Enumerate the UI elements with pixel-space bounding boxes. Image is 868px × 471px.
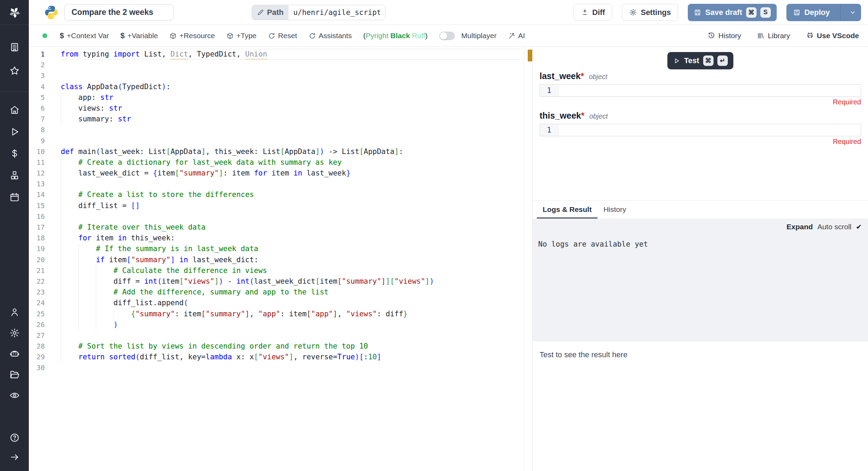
diff-label: Diff xyxy=(592,8,605,17)
code-line[interactable]: # Add the difference, summary and app to… xyxy=(61,287,524,298)
code-line[interactable] xyxy=(61,330,524,341)
autoscroll-label[interactable]: Auto scroll xyxy=(817,223,851,231)
indent-guide xyxy=(61,298,61,308)
path-input[interactable] xyxy=(289,5,385,20)
add-resource-button[interactable]: +Resource xyxy=(169,32,215,40)
gear-icon xyxy=(629,8,637,16)
line-number: 30 xyxy=(29,362,61,373)
windmill-logo[interactable] xyxy=(0,0,29,25)
sidebar-item-user-icon[interactable] xyxy=(8,305,22,319)
code-line[interactable]: class AppData(TypedDict): xyxy=(61,82,524,92)
code-line[interactable] xyxy=(61,60,524,70)
code-line[interactable]: return sorted(diff_list, key=lambda x: x… xyxy=(61,352,524,362)
tab-history[interactable]: History xyxy=(598,201,632,219)
code-line[interactable]: diff_list = [] xyxy=(61,200,524,211)
logs-panel: Expand Auto scroll ✔ No logs are availab… xyxy=(533,219,868,341)
code-line[interactable] xyxy=(61,136,524,146)
sidebar-item-star-icon[interactable] xyxy=(8,64,22,78)
reset-button[interactable]: Reset xyxy=(268,32,297,40)
indent-guide xyxy=(61,211,61,222)
script-title-input[interactable] xyxy=(64,4,174,20)
line-number: 1 xyxy=(29,49,61,60)
line-number: 19 xyxy=(29,243,61,254)
last-week-input[interactable]: 1 xyxy=(540,84,861,97)
code-line[interactable]: # Create a list to store the differences xyxy=(61,189,524,200)
line-number: 16 xyxy=(29,211,61,222)
indent-guide xyxy=(78,243,79,254)
code-line[interactable]: last_week_dict = {item["summary"]: item … xyxy=(61,168,524,179)
code-line[interactable]: if item["summary"] in last_week_dict: xyxy=(61,255,524,265)
this-week-input[interactable]: 1 xyxy=(540,124,861,136)
code-lines[interactable]: from typing import List, Dict, TypedDict… xyxy=(61,47,524,471)
diff-button[interactable]: Diff xyxy=(574,4,612,21)
code-line[interactable]: # Sort the list by views in descending o… xyxy=(61,341,524,352)
code-line[interactable]: diff = int(item["views"]) - int(last_wee… xyxy=(61,276,524,287)
line-number: 4 xyxy=(29,82,61,92)
history-button[interactable]: History xyxy=(708,32,741,40)
sidebar-item-home-icon[interactable] xyxy=(8,103,22,117)
code-line[interactable]: diff_list.append( xyxy=(61,298,524,308)
code-line[interactable] xyxy=(61,70,524,81)
add-context-var-button[interactable]: $ +Context Var xyxy=(60,31,109,40)
code-line[interactable]: def main(last_week: List[AppData], this_… xyxy=(61,146,524,157)
sidebar-item-play-icon[interactable] xyxy=(8,125,22,139)
required-message: Required xyxy=(540,138,861,146)
expand-button[interactable]: Expand xyxy=(786,223,813,231)
tab-logs-result[interactable]: Logs & Result xyxy=(537,201,598,219)
library-button[interactable]: Library xyxy=(757,32,790,40)
overview-ruler xyxy=(524,47,532,471)
refresh-icon xyxy=(268,32,275,40)
code-line[interactable]: from typing import List, Dict, TypedDict… xyxy=(61,49,524,60)
sidebar-item-cubes-icon[interactable] xyxy=(8,169,22,182)
sidebar-item-folder-icon[interactable] xyxy=(8,368,22,382)
use-vscode-button[interactable]: Use VScode xyxy=(806,32,859,40)
path-edit-chip[interactable]: Path xyxy=(252,5,289,20)
play-icon xyxy=(673,57,680,65)
deploy-dropdown[interactable] xyxy=(844,4,861,21)
code-line[interactable]: for item in this_week: xyxy=(61,233,524,243)
code-line[interactable] xyxy=(61,362,524,373)
code-line[interactable] xyxy=(61,211,524,222)
code-line[interactable]: views: str xyxy=(61,103,524,114)
code-editor[interactable]: 1234567891011121314151617181920212223242… xyxy=(29,47,532,471)
code-line[interactable] xyxy=(61,125,524,135)
ai-button[interactable]: AI xyxy=(508,32,525,40)
sidebar-item-eye-icon[interactable] xyxy=(8,388,22,402)
code-line[interactable]: # Create a dictionary for last_week data… xyxy=(61,157,524,168)
save-draft-button[interactable]: Save draft ⌘ S xyxy=(688,4,776,21)
indent-guide xyxy=(61,352,61,362)
assistants-button[interactable]: Assistants xyxy=(309,32,352,40)
deploy-button[interactable]: Deploy xyxy=(786,4,861,21)
code-line[interactable]: app: str xyxy=(61,92,524,103)
sidebar-item-calendar-icon[interactable] xyxy=(8,190,22,204)
line-number: 7 xyxy=(29,114,61,125)
indent-guide xyxy=(61,319,61,330)
code-line[interactable]: ) xyxy=(61,319,524,330)
sidebar-item-gear-icon[interactable] xyxy=(8,326,22,340)
code-line[interactable]: summary: str xyxy=(61,114,524,125)
code-line[interactable]: # Calculate the difference in views xyxy=(61,265,524,276)
add-type-button[interactable]: +Type xyxy=(226,32,257,40)
sidebar-item-help-icon[interactable] xyxy=(8,431,22,445)
check-icon[interactable]: ✔ xyxy=(856,223,862,231)
indent-guide xyxy=(78,265,79,276)
sidebar-item-robot-icon[interactable] xyxy=(8,347,22,361)
package-icon xyxy=(169,32,177,40)
multiplayer-toggle[interactable] xyxy=(439,32,455,40)
test-button[interactable]: Test ⌘ ↵ xyxy=(667,52,733,69)
ruff-status: Ruff xyxy=(412,32,425,40)
indent-guide xyxy=(61,233,61,243)
settings-button[interactable]: Settings xyxy=(622,4,678,21)
line-number: 6 xyxy=(29,103,61,114)
sidebar-item-dollar-icon[interactable] xyxy=(8,147,22,161)
add-variable-button[interactable]: $ +Variable xyxy=(120,31,158,40)
code-line[interactable] xyxy=(61,179,524,189)
cmd-key-badge: ⌘ xyxy=(746,7,757,18)
code-line[interactable]: {"summary": item["summary"], "app": item… xyxy=(61,309,524,319)
code-line[interactable]: # If the summary is in last_week data xyxy=(61,243,524,254)
run-panel: Test ⌘ ↵ last_week* object 1 Required th… xyxy=(532,47,868,471)
save-draft-label: Save draft xyxy=(705,8,742,17)
code-line[interactable]: # Iterate over this_week data xyxy=(61,222,524,233)
sidebar-item-arrow-right-icon[interactable] xyxy=(8,450,22,464)
sidebar-item-building-icon[interactable] xyxy=(8,40,22,54)
